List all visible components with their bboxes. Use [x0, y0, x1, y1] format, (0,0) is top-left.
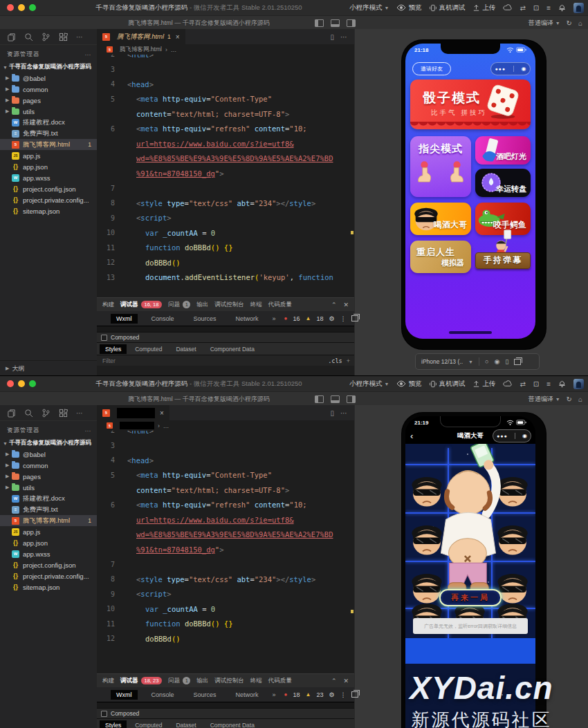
undock-icon[interactable]: [351, 315, 358, 321]
device-debug-button[interactable]: 真机调试: [429, 380, 465, 389]
cls-button[interactable]: .cls: [328, 357, 342, 364]
devtools-tab-network[interactable]: Network: [230, 690, 264, 700]
explorer-more-icon[interactable]: ⋯: [85, 51, 92, 58]
details-menu-icon[interactable]: ≡: [546, 380, 551, 388]
notification-bell-icon[interactable]: [558, 380, 566, 388]
compile-mode-dropdown[interactable]: 普通编译▼: [529, 19, 560, 28]
more-actions-icon[interactable]: ⋯: [76, 409, 84, 417]
devtools-kebab-icon[interactable]: ⋮: [340, 691, 346, 698]
device-frame-icon[interactable]: ▯: [505, 358, 508, 365]
expand-arrow-icon[interactable]: ▶: [6, 75, 12, 81]
compile-mode-dropdown[interactable]: 普通编译▼: [529, 395, 560, 404]
wechat-capsule[interactable]: ●●●◉: [493, 429, 531, 442]
tab-debug-console[interactable]: 调试控制台: [214, 677, 244, 685]
file-tree-item[interactable]: W搭建教程.docx: [0, 117, 97, 128]
devtools-tab-console[interactable]: Console: [146, 314, 180, 324]
file-tree-item[interactable]: ▶@babel: [0, 73, 97, 84]
tab-terminal[interactable]: 终端: [250, 677, 262, 685]
media-order-icon[interactable]: ⇄: [520, 4, 525, 12]
tab-terminal[interactable]: 终端: [250, 301, 262, 309]
preview-button[interactable]: 预览: [396, 3, 421, 12]
file-tree-item[interactable]: Wapp.wxss: [0, 172, 97, 183]
more-tabs-icon[interactable]: »: [273, 315, 276, 322]
file-tree-item[interactable]: ▶utils: [0, 482, 97, 493]
handheld-danmu-card[interactable]: 手持弹幕: [475, 232, 531, 274]
outline-section[interactable]: ▶大纲: [0, 360, 102, 375]
git-branch-icon[interactable]: [42, 32, 50, 41]
user-avatar[interactable]: [573, 3, 584, 13]
component-data-tab[interactable]: Component Data: [205, 720, 260, 728]
tab-build[interactable]: 构建: [102, 301, 114, 309]
files-icon[interactable]: [7, 32, 16, 41]
extensions-icon[interactable]: [59, 409, 68, 418]
tab-code-quality[interactable]: 代码质量: [268, 677, 292, 685]
editor-more-icon[interactable]: ⋯: [340, 33, 347, 41]
panel-close-icon[interactable]: ✕: [343, 301, 349, 308]
file-tree-item[interactable]: {}sitemap.json: [0, 581, 97, 592]
devtools-tab-network[interactable]: Network: [230, 314, 264, 324]
computed-tab[interactable]: Computed: [129, 720, 167, 728]
project-root-folder[interactable]: ▼千寻百念修复版喝酒小程序源码: [0, 62, 97, 73]
invite-friends-button[interactable]: 邀请好友: [412, 62, 451, 75]
toggle-simulator-icon[interactable]: [347, 19, 356, 27]
files-icon[interactable]: [7, 409, 16, 418]
devtools-kebab-icon[interactable]: ⋮: [340, 315, 346, 322]
file-tree-item[interactable]: 5腾飞博客网.html1: [0, 515, 97, 526]
file-tree-item[interactable]: ▶pages: [0, 471, 97, 482]
panel-layout-icon[interactable]: ⊡: [533, 380, 539, 388]
file-tree-item[interactable]: JSapp.js: [0, 150, 97, 161]
upload-button[interactable]: 上传: [472, 3, 495, 12]
expand-arrow-icon[interactable]: ▶: [6, 97, 12, 103]
clear-cache-icon[interactable]: [503, 4, 512, 11]
devtools-tab-console[interactable]: Console: [146, 690, 180, 700]
computed-tab[interactable]: Computed: [129, 344, 167, 354]
editor-tab[interactable]: 5 腾飞博客网.html 1 ×: [97, 29, 185, 44]
device-model-dropdown[interactable]: iPhone 12/13 (..: [421, 358, 463, 365]
file-tree-item[interactable]: 5腾飞博客网.html1: [0, 139, 97, 150]
wechat-capsule[interactable]: ●●●◉: [490, 62, 531, 75]
file-tree-item[interactable]: ▶common: [0, 84, 97, 95]
file-tree-item[interactable]: {}project.config.json: [0, 183, 97, 194]
expand-arrow-icon[interactable]: ▶: [6, 451, 12, 457]
file-tree-item[interactable]: JSapp.js: [0, 526, 97, 537]
expand-arrow-icon[interactable]: ▶: [6, 109, 12, 114]
toggle-panel-icon[interactable]: [331, 395, 340, 403]
dataset-tab[interactable]: Dataset: [170, 344, 201, 354]
clear-cache-icon[interactable]: [503, 380, 512, 387]
file-tree-item[interactable]: {}project.private.config...: [0, 194, 97, 205]
details-menu-icon[interactable]: ≡: [546, 4, 551, 12]
explorer-more-icon[interactable]: ⋯: [85, 427, 92, 434]
dataset-tab[interactable]: Dataset: [170, 720, 201, 728]
play-again-button[interactable]: 再来一局: [439, 589, 502, 606]
upload-button[interactable]: 上传: [472, 380, 495, 389]
file-tree-item[interactable]: {}sitemap.json: [0, 205, 97, 216]
search-icon[interactable]: [24, 32, 33, 41]
mode-dropdown[interactable]: 小程序模式▼: [349, 3, 389, 12]
breadcrumb[interactable]: 5 ›…: [97, 420, 354, 431]
preview-button[interactable]: 预览: [396, 380, 421, 389]
expand-arrow-icon[interactable]: ▶: [6, 463, 12, 468]
panel-layout-icon[interactable]: ⊡: [533, 4, 539, 12]
toggle-sidebar-icon[interactable]: [315, 19, 324, 27]
compile-refresh-icon[interactable]: ↻: [567, 395, 572, 403]
tab-debugger[interactable]: 调试器16, 18: [120, 301, 162, 309]
file-tree-item[interactable]: ▶pages: [0, 95, 97, 106]
panel-collapse-icon[interactable]: ⌃: [331, 301, 337, 308]
tab-output[interactable]: 输出: [196, 301, 208, 309]
fingertip-mode-card[interactable]: 指尖模式: [410, 136, 471, 197]
rotate-device-icon[interactable]: ○: [485, 358, 488, 365]
search-icon[interactable]: [24, 409, 33, 418]
tab-debug-console[interactable]: 调试控制台: [214, 301, 244, 309]
project-root-folder[interactable]: ▼千寻百念修复版喝酒小程序源码: [0, 438, 97, 449]
file-tree-item[interactable]: ▶utils: [0, 106, 97, 117]
file-tree-item[interactable]: ▶@babel: [0, 449, 97, 460]
dice-mode-banner[interactable]: 骰子模式 比手气 拼技巧: [410, 80, 531, 129]
capsule-close-icon[interactable]: ◉: [522, 433, 527, 439]
undock-icon[interactable]: [351, 691, 358, 698]
user-avatar[interactable]: [573, 379, 584, 389]
mode-dropdown[interactable]: 小程序模式▼: [349, 380, 389, 389]
record-icon[interactable]: ◉: [494, 358, 499, 365]
capsule-close-icon[interactable]: ◉: [522, 66, 526, 72]
split-editor-icon[interactable]: ▯: [330, 409, 334, 417]
editor-tab[interactable]: 5 ×: [97, 405, 169, 420]
